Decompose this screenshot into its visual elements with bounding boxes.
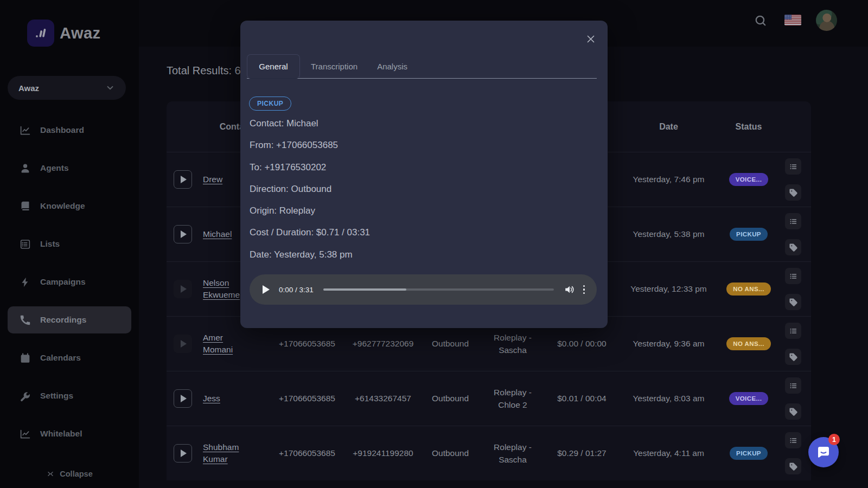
play-recording-button[interactable] <box>174 389 192 408</box>
contact-link[interactable]: Michael <box>203 228 232 240</box>
tag-icon <box>789 407 798 416</box>
cost-duration: $0.29 / 01:27 <box>545 448 618 458</box>
detail-cost-duration: Cost / Duration: $0.71 / 03:31 <box>250 222 370 243</box>
tag-button[interactable] <box>785 458 801 474</box>
sidebar-item-whitelabel[interactable]: Whitelabel <box>8 420 131 447</box>
play-icon <box>181 176 187 183</box>
volume-button[interactable] <box>564 284 576 296</box>
call-date: Yesterday, 5:38 pm <box>618 229 719 239</box>
chart-line-icon <box>20 428 31 440</box>
from-number: +17066053685 <box>269 394 346 403</box>
tag-button[interactable] <box>785 403 801 420</box>
view-notes-button[interactable] <box>785 268 801 284</box>
agent-name: Roleplay - Chloe 2 <box>488 386 538 412</box>
speaker-icon <box>564 284 576 296</box>
detail-direction: Direction: Outbound <box>250 178 370 200</box>
sidebar-item-dashboard[interactable]: Dashboard <box>8 117 131 144</box>
chat-bubble-icon <box>815 444 832 460</box>
user-icon <box>20 163 31 174</box>
detail-from: From: +17066053685 <box>250 134 370 156</box>
notes-icon <box>789 162 798 171</box>
tag-button[interactable] <box>785 349 801 365</box>
tab-transcription[interactable]: Transcription <box>302 54 366 79</box>
language-flag-us[interactable] <box>784 15 801 25</box>
collapse-label: Collapse <box>60 470 92 478</box>
play-recording-button[interactable] <box>174 444 192 463</box>
play-recording-button[interactable] <box>174 280 192 298</box>
sidebar-item-label: Knowledge <box>40 201 85 211</box>
tag-button[interactable] <box>785 239 801 255</box>
play-recording-button[interactable] <box>174 335 192 353</box>
cost-duration: $0.00 / 00:00 <box>545 339 618 349</box>
contact-link[interactable]: Amer Momani <box>203 332 255 356</box>
collapse-button[interactable]: Collapse <box>0 470 139 478</box>
search-button[interactable] <box>754 14 768 28</box>
tab-analysis[interactable]: Analysis <box>368 54 416 79</box>
audio-buffered <box>323 288 406 291</box>
play-icon <box>181 340 187 348</box>
close-button[interactable] <box>584 33 598 47</box>
tab-general[interactable]: General <box>247 54 300 79</box>
table-row[interactable]: Jess +17066053685 +61433267457 Outbound … <box>167 371 811 426</box>
sidebar-item-settings[interactable]: Settings <box>8 382 131 409</box>
zap-icon <box>20 277 31 288</box>
call-details-modal: General Transcription Analysis PICKUP Co… <box>240 21 608 328</box>
user-avatar[interactable] <box>816 10 837 31</box>
phone-icon <box>20 314 31 326</box>
tag-button[interactable] <box>785 184 801 201</box>
collapse-icon <box>46 470 55 478</box>
awaz-logo-icon <box>27 20 54 47</box>
contact-link[interactable]: Jess <box>203 393 220 404</box>
sidebar-item-recordings[interactable]: Recordings <box>8 306 131 333</box>
sidebar-item-label: Lists <box>40 239 60 249</box>
sidebar-item-campaigns[interactable]: Campaigns <box>8 268 131 296</box>
column-status: Status <box>719 122 778 132</box>
workspace-selector[interactable]: Awaz <box>8 76 126 100</box>
tag-button[interactable] <box>785 294 801 310</box>
status-badge: NO ANS... <box>726 337 770 350</box>
status-badge: PICKUP <box>730 228 768 241</box>
view-notes-button[interactable] <box>785 377 801 394</box>
modal-tabs: General Transcription Analysis <box>247 54 597 79</box>
from-number: +17066053685 <box>269 339 346 349</box>
contact-link[interactable]: Shubham Kumar <box>203 441 255 466</box>
sidebar-item-lists[interactable]: Lists <box>8 230 131 258</box>
search-icon <box>754 14 768 28</box>
wrench-icon <box>20 390 31 402</box>
sidebar-item-label: Whitelabel <box>40 429 82 439</box>
notification-badge: 1 <box>828 434 840 445</box>
play-recording-button[interactable] <box>174 170 192 189</box>
chart-line-icon <box>20 125 31 136</box>
sidebar-item-label: Recordings <box>40 315 86 325</box>
view-notes-button[interactable] <box>785 213 801 229</box>
audio-time: 0:00 / 3:31 <box>279 286 314 294</box>
sidebar-item-calendars[interactable]: Calendars <box>8 344 131 371</box>
sidebar-nav: Dashboard Agents Knowledge Lists <box>0 117 139 447</box>
play-icon <box>263 285 270 294</box>
audio-more-options-button[interactable] <box>582 285 586 294</box>
view-notes-button[interactable] <box>785 158 801 175</box>
call-date: Yesterday, 4:11 am <box>618 448 719 458</box>
sidebar-item-label: Settings <box>40 391 73 401</box>
audio-play-button[interactable] <box>260 284 271 295</box>
table-row[interactable]: Shubham Kumar +17066053685 +919241199280… <box>167 426 811 480</box>
sidebar-item-knowledge[interactable]: Knowledge <box>8 192 131 220</box>
sidebar-item-agents[interactable]: Agents <box>8 155 131 182</box>
audio-seek-bar[interactable] <box>323 288 554 291</box>
tag-icon <box>789 352 798 362</box>
from-number: +17066053685 <box>269 448 346 458</box>
kebab-icon <box>583 285 585 287</box>
view-notes-button[interactable] <box>785 323 801 339</box>
notes-icon <box>789 436 798 445</box>
brand-logo: Awaz <box>27 20 101 47</box>
to-number: +919241199280 <box>346 448 420 458</box>
sidebar-item-label: Campaigns <box>40 277 86 287</box>
play-recording-button[interactable] <box>174 225 192 243</box>
detail-contact: Contact: Michael <box>250 113 370 134</box>
contact-link[interactable]: Drew <box>203 174 222 185</box>
detail-date: Date: Yesterday, 5:38 pm <box>250 244 370 266</box>
detail-origin: Origin: Roleplay <box>250 200 370 222</box>
view-notes-button[interactable] <box>785 432 801 448</box>
audio-player[interactable]: 0:00 / 3:31 <box>250 274 597 305</box>
notes-icon <box>789 326 798 336</box>
